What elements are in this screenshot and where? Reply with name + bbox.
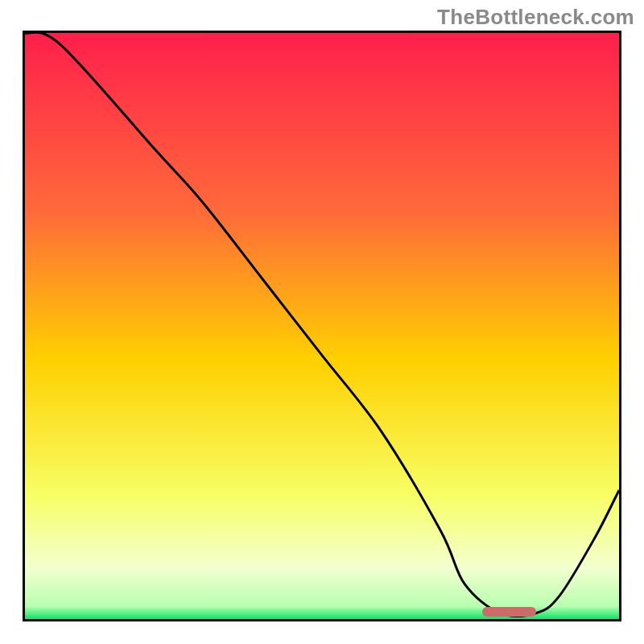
sweet-spot-marker xyxy=(482,607,535,617)
bottleneck-curve-path xyxy=(25,33,619,616)
watermark-text: TheBottleneck.com xyxy=(437,5,634,30)
chart-stage: TheBottleneck.com xyxy=(0,0,644,644)
bottleneck-curve xyxy=(25,33,619,619)
chart-area xyxy=(23,31,621,621)
